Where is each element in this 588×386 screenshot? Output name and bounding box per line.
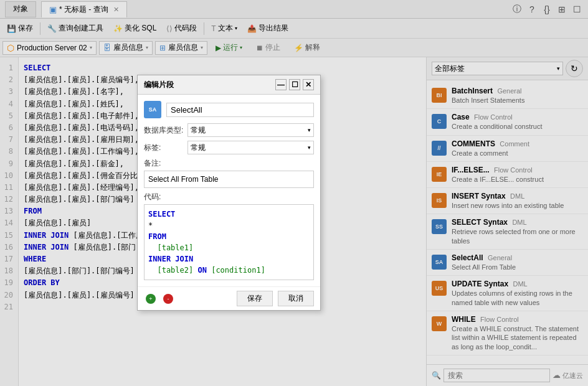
modal-snippet-icon: SA — [144, 101, 161, 118]
modal-body: SA 数据库类型: 常规 ▾ 标签: 常规 ▾ 备注: — [138, 95, 320, 286]
tag-value-select[interactable]: 常规 ▾ — [187, 141, 314, 154]
modal-title-bar: 编辑片段 — ☐ ✕ — [138, 75, 320, 95]
add-green-button[interactable]: + — [144, 292, 158, 306]
modal-minimize-button[interactable]: — — [275, 79, 287, 90]
code-display-line: * — [148, 220, 310, 231]
db-type-chevron: ▾ — [308, 127, 311, 133]
db-type-select[interactable]: 常规 ▾ — [187, 123, 314, 137]
modal-code-label: 代码: — [144, 192, 314, 202]
modal-maximize-button[interactable]: ☐ — [289, 79, 300, 90]
modal-footer-icons: + - — [144, 292, 175, 306]
snippet-name-input[interactable] — [166, 103, 314, 117]
minus-icon: - — [163, 294, 173, 304]
modal-title-buttons: — ☐ ✕ — [275, 79, 314, 90]
modal-save-button[interactable]: 保存 — [237, 291, 273, 306]
remark-input[interactable] — [144, 171, 314, 188]
tag-value-chevron: ▾ — [308, 144, 311, 151]
modal-cancel-button[interactable]: 取消 — [278, 291, 314, 306]
edit-snippet-modal: 编辑片段 — ☐ ✕ SA 数据库类型: 常规 ▾ — [137, 75, 321, 311]
modal-close-button[interactable]: ✕ — [303, 79, 314, 90]
modal-overlay: 编辑片段 — ☐ ✕ SA 数据库类型: 常规 ▾ — [0, 0, 588, 386]
remove-red-button[interactable]: - — [161, 292, 175, 306]
add-icon: + — [146, 294, 156, 304]
modal-remark-section: 备注: — [144, 158, 314, 188]
code-display-line: [table2] ON [condition1] — [148, 265, 310, 276]
modal-name-row: SA — [144, 101, 314, 118]
code-display-line: SELECT — [148, 209, 310, 220]
code-display-line: INNER JOIN — [148, 253, 310, 265]
code-display-line: FROM — [148, 231, 310, 242]
modal-db-type-row: 数据库类型: 常规 ▾ — [144, 123, 314, 137]
modal-footer: + - 保存 取消 — [138, 286, 320, 310]
modal-tag-row: 标签: 常规 ▾ — [144, 141, 314, 154]
modal-footer-buttons: 保存 取消 — [237, 291, 314, 306]
code-display-line: [table1] — [148, 242, 310, 253]
modal-code-display[interactable]: SELECT*FROM [table1]INNER JOIN [table2] … — [144, 204, 314, 280]
